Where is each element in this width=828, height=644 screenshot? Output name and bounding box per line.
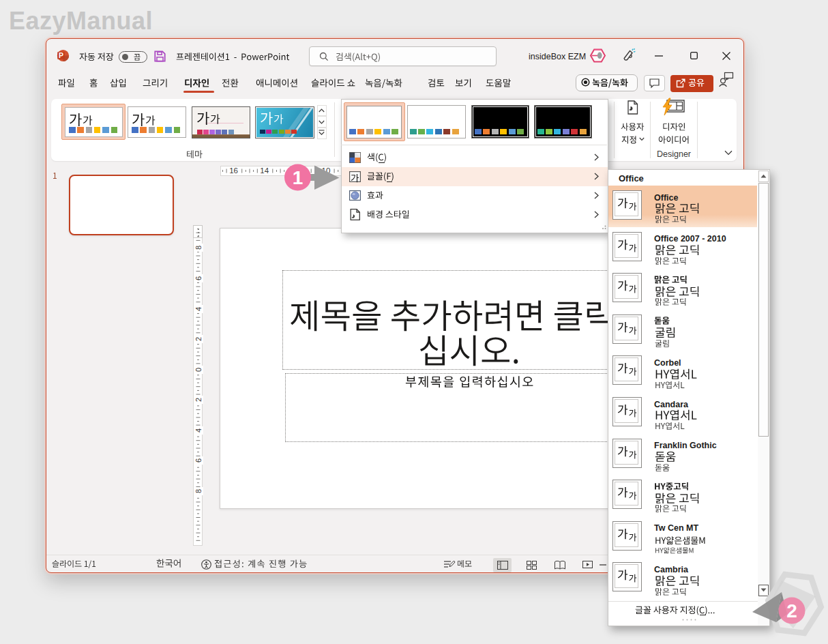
svg-text:2: 2 [786,600,797,621]
svg-text:1: 1 [293,167,304,188]
svg-text:P: P [59,51,63,59]
